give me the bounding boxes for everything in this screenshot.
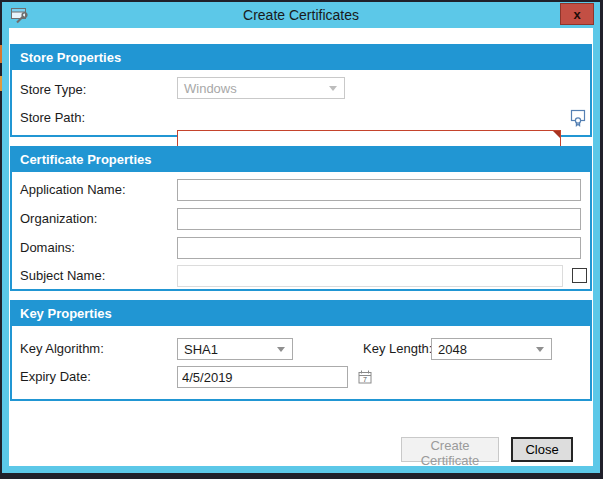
svg-text:7: 7 <box>363 376 367 383</box>
domains-input[interactable] <box>177 237 581 259</box>
expiry-date-field: 7 <box>177 366 348 388</box>
page-title: Create Certificates <box>2 7 600 23</box>
subject-name-label: Subject Name: <box>20 265 105 287</box>
close-icon[interactable]: x <box>560 3 594 25</box>
key-properties-section: Key Properties Key Algorithm: SHA1 Key L… <box>10 300 592 401</box>
window-wrench-icon <box>10 7 30 24</box>
certificate-icon <box>569 108 587 127</box>
calendar-icon[interactable]: 7 <box>358 370 372 384</box>
chevron-down-icon <box>536 347 544 352</box>
create-certificate-button[interactable]: Create Certificate <box>401 437 499 462</box>
dialog-content-panel: Store Properties Store Type: Windows Sto… <box>9 28 593 466</box>
chevron-down-icon <box>277 347 285 352</box>
store-type-dropdown[interactable]: Windows <box>177 77 345 99</box>
key-algorithm-dropdown[interactable]: SHA1 <box>177 338 293 360</box>
store-type-label: Store Type: <box>20 79 86 101</box>
key-algorithm-value: SHA1 <box>184 342 218 357</box>
expiry-date-input[interactable] <box>182 370 358 385</box>
close-button[interactable]: Close <box>511 437 573 462</box>
browse-certificate-store-button[interactable] <box>567 106 589 128</box>
organization-input[interactable] <box>177 208 581 230</box>
store-path-label: Store Path: <box>20 107 85 129</box>
store-properties-header: Store Properties <box>12 46 590 70</box>
certificate-properties-section: Certificate Properties Application Name:… <box>10 146 592 291</box>
subject-name-checkbox[interactable] <box>572 268 587 283</box>
domains-label: Domains: <box>20 237 75 259</box>
validation-error-marker <box>553 131 560 138</box>
chevron-down-icon <box>329 86 337 91</box>
dialog-footer: Create Certificate Close <box>401 437 573 462</box>
create-certificates-dialog: Create Certificates x Store Properties S… <box>2 2 600 473</box>
key-algorithm-label: Key Algorithm: <box>20 338 104 360</box>
subject-name-input[interactable] <box>177 265 563 287</box>
expiry-date-label: Expiry Date: <box>20 366 91 388</box>
organization-label: Organization: <box>20 208 97 230</box>
store-type-value: Windows <box>184 81 237 96</box>
key-length-dropdown[interactable]: 2048 <box>431 338 552 360</box>
key-properties-header: Key Properties <box>12 302 590 326</box>
key-length-value: 2048 <box>438 342 467 357</box>
application-name-input[interactable] <box>177 179 581 201</box>
certificate-properties-header: Certificate Properties <box>12 148 590 172</box>
store-properties-section: Store Properties Store Type: Windows Sto… <box>10 44 592 137</box>
key-length-label: Key Length: <box>363 338 432 360</box>
title-bar: Create Certificates x <box>2 2 600 28</box>
application-name-label: Application Name: <box>20 179 126 201</box>
